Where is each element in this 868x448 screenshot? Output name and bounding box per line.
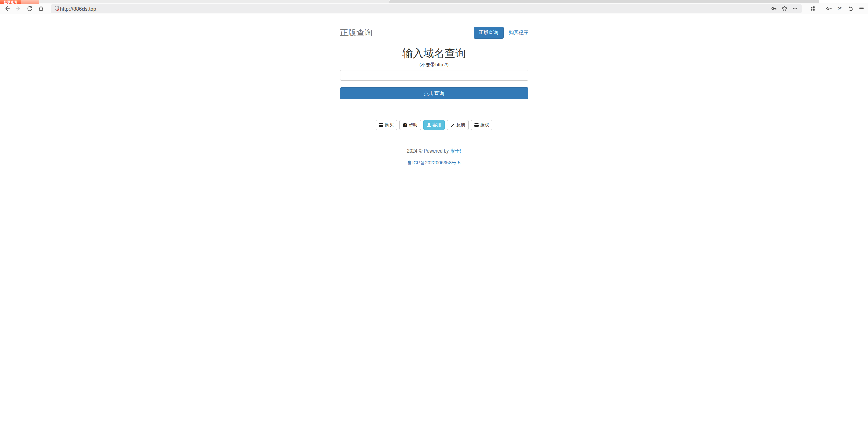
query-hint: (不要带http://) <box>340 62 528 68</box>
browser-window: 登录账号 http://886ds.top <box>0 0 868 448</box>
customer-service-button-label: 客服 <box>432 122 441 128</box>
password-key-icon[interactable] <box>771 5 777 12</box>
apps-grid-icon[interactable] <box>810 5 816 12</box>
home-icon[interactable] <box>38 5 44 12</box>
page-title: 正版查询 <box>340 27 373 38</box>
toolbar-right-icons: ✂ <box>806 5 865 12</box>
query-heading: 输入域名查询 <box>340 48 528 59</box>
tab-strip-background <box>389 0 819 3</box>
browser-toolbar: http://886ds.top ✂ <box>0 3 868 14</box>
authorize-button[interactable]: 授权 <box>471 120 492 130</box>
nav-buttons <box>4 5 44 12</box>
active-tab[interactable] <box>0 0 389 3</box>
page-content: 正版查询 正版查询 购买程序 输入域名查询 (不要带http://) 点击查询 … <box>0 14 868 166</box>
nav-buy-program-link[interactable]: 购买程序 <box>509 30 528 36</box>
authorize-button-label: 授权 <box>480 122 489 128</box>
divider <box>340 113 528 113</box>
back-icon[interactable] <box>4 5 10 12</box>
author-link[interactable]: 浪子! <box>450 148 461 154</box>
menu-icon[interactable] <box>858 5 865 12</box>
url-text[interactable]: http://886ds.top <box>60 6 771 12</box>
domain-input[interactable] <box>340 70 528 81</box>
urlbar-right-icons <box>771 5 798 12</box>
help-button-label: 帮助 <box>409 122 417 128</box>
icp-record-link[interactable]: 鲁ICP备2022006358号-5 <box>408 160 461 165</box>
credit-card-icon <box>474 123 479 127</box>
buy-button[interactable]: 购买 <box>376 120 397 130</box>
top-nav: 正版查询 购买程序 <box>474 27 528 39</box>
icp-line: 鲁ICP备2022006358号-5 <box>340 160 528 166</box>
pencil-icon <box>451 123 455 127</box>
login-account-badge[interactable]: 登录账号 <box>0 0 21 4</box>
copyright-text: 2024 © Powered by <box>407 148 449 154</box>
nav-genuine-query-button[interactable]: 正版查询 <box>474 27 504 39</box>
favorites-list-icon[interactable] <box>826 5 832 12</box>
tab-strip: 登录账号 <box>0 0 868 3</box>
undo-restore-icon[interactable] <box>848 5 854 12</box>
bookmark-star-icon[interactable] <box>781 5 788 12</box>
site-security-shield-icon[interactable] <box>54 5 60 12</box>
screenshot-scissors-icon[interactable]: ✂ <box>837 5 843 12</box>
url-bar[interactable]: http://886ds.top <box>51 4 802 13</box>
action-button-row: 购买 i 帮助 客服 反馈 <box>340 120 528 130</box>
buy-button-label: 购买 <box>385 122 394 128</box>
reload-icon[interactable] <box>27 5 33 12</box>
toolbar-divider <box>821 5 821 12</box>
user-icon <box>427 123 431 127</box>
query-submit-button[interactable]: 点击查询 <box>340 87 528 99</box>
query-section: 输入域名查询 (不要带http://) 点击查询 购买 i 帮助 <box>340 48 528 166</box>
credit-card-icon <box>379 123 383 127</box>
feedback-button[interactable]: 反馈 <box>447 120 469 130</box>
info-circle-icon: i <box>403 123 407 127</box>
footer-copyright: 2024 © Powered by 浪子! <box>340 148 528 154</box>
feedback-button-label: 反馈 <box>456 122 465 128</box>
customer-service-button[interactable]: 客服 <box>423 120 445 130</box>
help-button[interactable]: i 帮助 <box>399 120 421 130</box>
page-header: 正版查询 正版查询 购买程序 <box>340 14 528 42</box>
more-options-icon[interactable] <box>792 5 798 12</box>
login-account-badge-tail <box>21 0 39 4</box>
forward-icon[interactable] <box>15 5 21 12</box>
